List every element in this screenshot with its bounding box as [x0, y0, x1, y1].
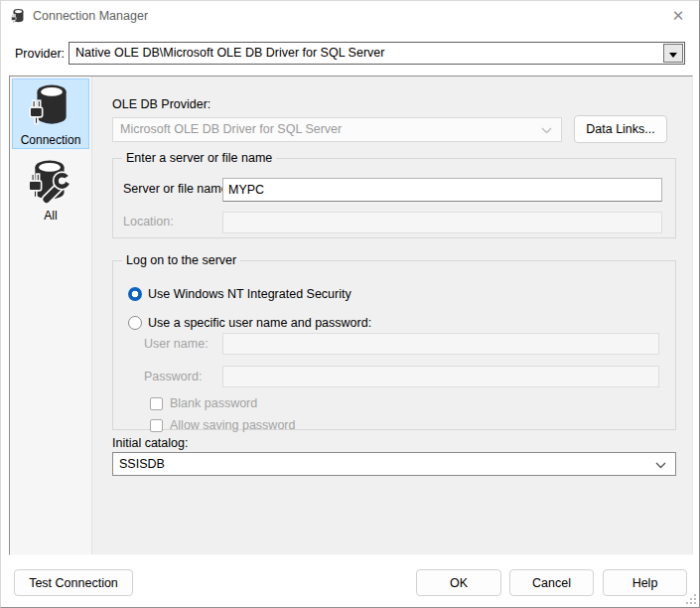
- oledb-provider-value: Microsoft OLE DB Driver for SQL Server: [120, 122, 342, 136]
- connection-manager-dialog: Connection Manager ✕ Provider: Native OL…: [0, 0, 700, 608]
- blank-password-label: Blank password: [170, 396, 257, 410]
- allow-saving-password-label: Allow saving password: [170, 418, 295, 432]
- close-icon[interactable]: ✕: [665, 4, 691, 28]
- sidebar-item-label: Connection: [13, 133, 88, 147]
- database-wrench-icon: [26, 158, 75, 208]
- dropdown-arrow-icon[interactable]: [663, 44, 683, 63]
- sidebar-item-label: All: [13, 209, 88, 223]
- provider-dropdown[interactable]: Native OLE DB\Microsoft OLE DB Driver fo…: [69, 42, 685, 65]
- sidebar-item-all[interactable]: All: [12, 154, 89, 225]
- windows-auth-label[interactable]: Use Windows NT Integrated Security: [148, 287, 351, 301]
- logon-group: Log on to the server Use Windows NT Inte…: [112, 260, 676, 430]
- data-links-button[interactable]: Data Links...: [574, 115, 667, 143]
- test-connection-button[interactable]: Test Connection: [14, 569, 133, 596]
- windows-auth-radio[interactable]: [128, 287, 142, 301]
- chevron-down-icon: [655, 462, 666, 469]
- sidebar: Connection: [10, 76, 92, 554]
- database-plug-icon: [26, 82, 75, 132]
- server-group-legend: Enter a server or file name: [122, 151, 276, 165]
- connection-manager-icon: [10, 8, 27, 25]
- ok-button[interactable]: OK: [416, 569, 501, 596]
- specific-user-label[interactable]: Use a specific user name and password:: [148, 316, 371, 330]
- server-name-label: Server or file name:: [123, 182, 231, 196]
- location-input: [222, 212, 662, 233]
- sidebar-item-connection[interactable]: Connection: [12, 78, 89, 149]
- oledb-provider-label: OLE DB Provider:: [112, 97, 210, 111]
- server-group: Enter a server or file name Server or fi…: [112, 158, 676, 238]
- specific-user-radio[interactable]: [128, 316, 142, 330]
- password-label: Password:: [144, 370, 202, 383]
- chevron-down-icon: [541, 127, 552, 134]
- window-title: Connection Manager: [33, 9, 148, 23]
- initial-catalog-label: Initial catalog:: [112, 436, 188, 450]
- username-label: User name:: [144, 337, 209, 351]
- blank-password-checkbox: [150, 397, 163, 410]
- logon-group-legend: Log on to the server: [122, 253, 240, 267]
- help-button[interactable]: Help: [603, 569, 687, 596]
- cancel-button[interactable]: Cancel: [509, 569, 594, 596]
- location-label: Location:: [123, 215, 174, 228]
- initial-catalog-value: SSISDB: [119, 457, 165, 471]
- allow-saving-password-checkbox: [150, 419, 163, 432]
- title-bar: Connection Manager ✕: [1, 1, 699, 31]
- username-input: [222, 333, 659, 355]
- resize-grip-icon[interactable]: [685, 593, 696, 604]
- provider-label: Provider:: [15, 47, 65, 61]
- oledb-provider-dropdown: Microsoft OLE DB Driver for SQL Server: [112, 117, 562, 142]
- initial-catalog-dropdown[interactable]: SSISDB: [112, 452, 676, 476]
- server-name-input[interactable]: [222, 178, 662, 202]
- provider-value: Native OLE DB\Microsoft OLE DB Driver fo…: [75, 46, 384, 60]
- password-input: [222, 366, 659, 387]
